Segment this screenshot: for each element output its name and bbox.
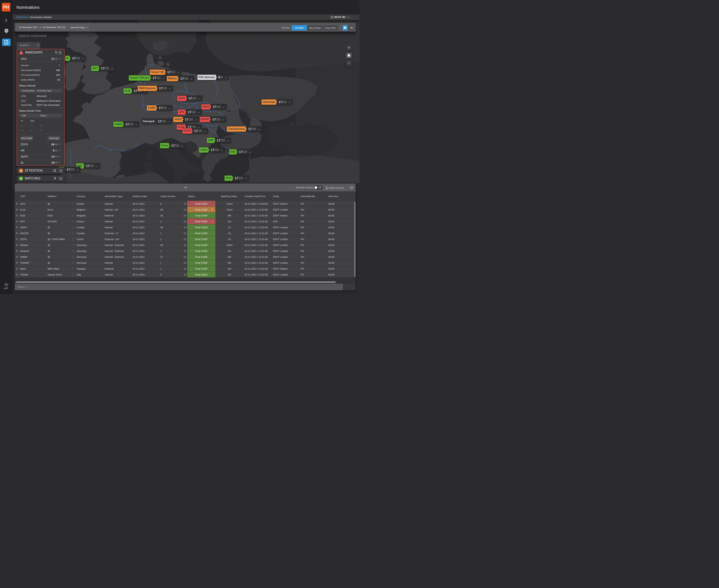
svg-text:eDF: eDF xyxy=(4,287,8,290)
